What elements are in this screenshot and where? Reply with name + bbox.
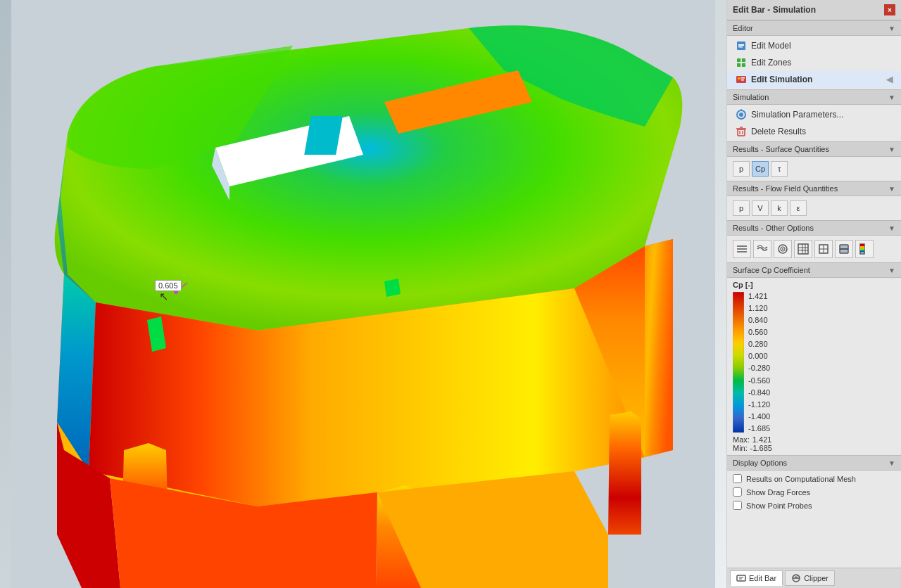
menu-item-edit-zones[interactable]: Edit Zones — [727, 54, 901, 71]
legend-min-value: -1.685 — [750, 444, 772, 452]
menu-item-sim-params[interactable]: Simulation Parameters... — [727, 106, 901, 123]
legend-container: Cp [-] — [727, 278, 901, 455]
right-panel: Edit Bar - Simulation × Editor ▼ Edit Mo… — [726, 0, 901, 588]
tab-clipper[interactable]: Clipper — [785, 570, 835, 586]
menu-item-delete-results[interactable]: Delete Results — [727, 123, 901, 140]
svg-rect-38 — [860, 246, 864, 248]
btn-grid[interactable] — [794, 240, 812, 258]
btn-k[interactable]: k — [771, 200, 788, 216]
cfd-viewport[interactable]: 0.605 ↖ — [0, 0, 726, 588]
svg-point-25 — [782, 248, 783, 250]
panel-title-bar: Edit Bar - Simulation × — [727, 0, 901, 20]
checkbox-point-probes-input[interactable] — [733, 501, 742, 510]
legend-max-value: 1.421 — [752, 435, 772, 444]
other-options-header[interactable]: Results - Other Options ▼ — [727, 220, 901, 236]
svg-rect-37 — [860, 244, 864, 246]
edit-zones-icon — [736, 57, 747, 68]
sim-params-label: Simulation Parameters... — [751, 110, 843, 120]
simulation-section-content: Simulation Parameters... Delete Results — [727, 105, 901, 141]
legend-min-label: Min: — [733, 444, 748, 452]
btn-streamlines[interactable] — [753, 240, 771, 258]
editor-section-header[interactable]: Editor ▼ — [727, 20, 901, 36]
edit-model-icon — [736, 40, 747, 51]
surface-quantities-content: p Cp τ — [727, 157, 901, 181]
edit-model-label: Edit Model — [751, 41, 791, 51]
svg-rect-11 — [741, 79, 744, 81]
other-options-arrow: ▼ — [888, 224, 895, 232]
svg-rect-4 — [738, 46, 743, 48]
flow-field-content: p V k ε — [727, 196, 901, 220]
edit-simulation-icon — [736, 74, 747, 85]
display-options-label: Display Options — [733, 459, 787, 467]
table-right-face — [645, 239, 673, 457]
clipper-tab-icon — [791, 573, 801, 583]
flow-field-buttons: p V k ε — [727, 198, 901, 219]
menu-item-edit-simulation[interactable]: Edit Simulation ◀ — [727, 71, 901, 88]
editor-section-label: Editor — [733, 24, 753, 32]
flow-field-header[interactable]: Results - Flow Field Quantities ▼ — [727, 181, 901, 196]
simulation-section-label: Simulation — [733, 93, 769, 101]
checkbox-comp-mesh-label: Results on Computational Mesh — [746, 475, 856, 483]
edit-zones-label: Edit Zones — [751, 58, 791, 68]
legend-content: 1.421 1.120 0.840 0.560 0.280 0.000 -0.2… — [733, 292, 895, 433]
menu-item-edit-model[interactable]: Edit Model — [727, 37, 901, 54]
btn-v[interactable]: V — [752, 200, 769, 216]
clipper-tab-label: Clipper — [804, 574, 828, 582]
checkbox-point-probes-label: Show Point Probes — [746, 501, 812, 510]
simulation-section-header[interactable]: Simulation ▼ — [727, 89, 901, 105]
panel-spacer — [727, 513, 901, 568]
surface-quantities-header[interactable]: Results - Surface Quantities ▼ — [727, 141, 901, 157]
checkbox-drag-forces: Show Drag Forces — [727, 485, 901, 499]
edit-bar-tab-icon — [736, 573, 746, 583]
svg-point-13 — [739, 113, 743, 117]
panel-close-button[interactable]: × — [884, 4, 895, 15]
legend-collapse-arrow: ▼ — [888, 267, 895, 274]
btn-pressure[interactable]: p — [733, 161, 750, 177]
svg-rect-39 — [860, 248, 864, 250]
legend-min-max: Max: 1.421 Min: -1.685 — [733, 435, 895, 452]
color-bar-svg — [733, 292, 744, 433]
svg-rect-26 — [798, 244, 808, 254]
display-options-content: Results on Computational Mesh Show Drag … — [727, 471, 901, 513]
btn-isolines[interactable] — [733, 240, 751, 258]
editor-collapse-arrow: ▼ — [888, 25, 895, 32]
leg-back-right — [608, 411, 641, 535]
btn-cutting-plane[interactable] — [835, 240, 853, 258]
legend-max-label: Max: — [733, 435, 750, 444]
btn-legend[interactable] — [855, 240, 874, 258]
surface-quantities-label: Results - Surface Quantities — [733, 145, 829, 153]
edit-simulation-label: Edit Simulation — [751, 75, 812, 84]
svg-rect-15 — [738, 129, 745, 136]
edit-simulation-arrow: ◀ — [886, 75, 893, 84]
display-options-header[interactable]: Display Options ▼ — [727, 455, 901, 471]
other-options-content — [727, 236, 901, 262]
svg-rect-41 — [733, 292, 744, 433]
flow-field-arrow: ▼ — [888, 185, 895, 193]
checkbox-drag-forces-input[interactable] — [733, 487, 742, 497]
btn-cp[interactable]: Cp — [752, 161, 769, 177]
btn-probe[interactable] — [814, 240, 833, 258]
delete-results-label: Delete Results — [751, 127, 806, 136]
flow-field-label: Results - Flow Field Quantities — [733, 184, 838, 193]
surface-quantities-arrow: ▼ — [888, 146, 895, 153]
other-options-label: Results - Other Options — [733, 224, 814, 232]
cfd-model-svg — [0, 0, 726, 588]
delete-results-icon — [736, 126, 747, 137]
accent-right-green — [384, 279, 401, 297]
btn-eps[interactable]: ε — [790, 200, 807, 216]
btn-tau[interactable]: τ — [771, 161, 788, 177]
legend-section-header[interactable]: Surface Cp Coefficient ▼ — [727, 262, 901, 278]
svg-rect-10 — [741, 77, 745, 79]
btn-vortex[interactable] — [774, 240, 792, 258]
simulation-collapse-arrow: ▼ — [888, 94, 895, 101]
checkbox-comp-mesh: Results on Computational Mesh — [727, 472, 901, 485]
panel-title: Edit Bar - Simulation — [733, 5, 816, 15]
tab-edit-bar[interactable]: Edit Bar — [730, 570, 783, 586]
checkbox-point-probes: Show Point Probes — [727, 499, 901, 512]
btn-fp[interactable]: p — [733, 200, 750, 216]
editor-section-content: Edit Model Edit Zones Edit — [727, 36, 901, 89]
legend-title: Cp [-] — [733, 281, 895, 289]
checkbox-comp-mesh-input[interactable] — [733, 474, 742, 483]
other-options-buttons — [727, 237, 901, 261]
legend-section-label: Surface Cp Coefficient — [733, 266, 810, 274]
